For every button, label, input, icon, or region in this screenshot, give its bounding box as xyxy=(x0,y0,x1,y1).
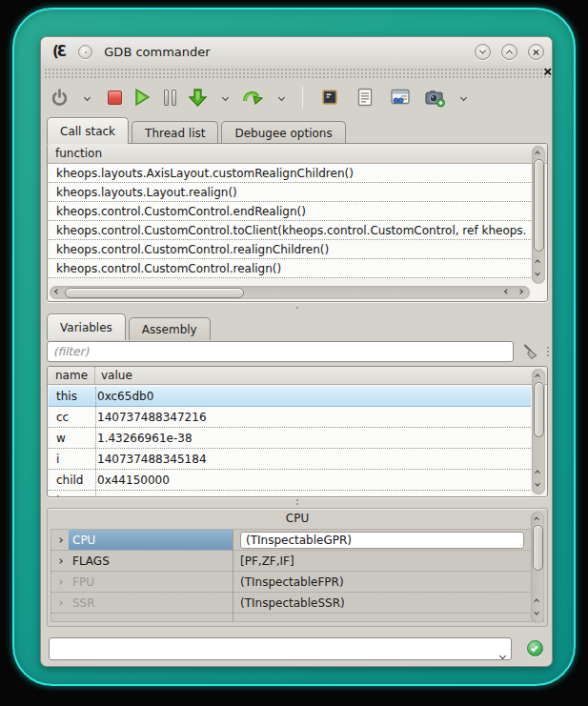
window-title: GDB commander xyxy=(104,45,210,59)
disassembly-button[interactable] xyxy=(355,85,375,110)
callstack-list: kheops.layouts.AxisLayout.customRealignC… xyxy=(49,164,531,278)
callstack-row[interactable]: kheops.layouts.AxisLayout.customRealignC… xyxy=(49,164,531,183)
chevron-right-icon xyxy=(57,600,63,606)
stop-button[interactable] xyxy=(104,85,125,110)
variables-column-headers[interactable]: name value xyxy=(48,367,547,385)
scroll-down-icon[interactable] xyxy=(535,271,540,276)
scrollbar-thumb[interactable] xyxy=(534,159,544,252)
tab-assembly[interactable]: Assembly xyxy=(129,317,211,340)
column-header-label: function xyxy=(55,147,102,160)
power-button[interactable] xyxy=(49,85,70,110)
power-icon xyxy=(51,89,69,107)
expand-button[interactable] xyxy=(51,601,69,605)
command-input[interactable] xyxy=(50,638,511,659)
tab-variables[interactable]: Variables xyxy=(47,313,126,340)
command-combobox[interactable] xyxy=(49,637,512,660)
variable-row[interactable]: w 1.43266961e-38 xyxy=(49,428,531,449)
power-dropdown-button[interactable] xyxy=(76,85,97,110)
clear-filter-button[interactable] xyxy=(521,343,539,361)
window-menu-button[interactable] xyxy=(78,45,92,59)
step-into-icon xyxy=(188,88,208,108)
chevron-down-icon xyxy=(277,93,284,100)
variable-name: this xyxy=(49,390,88,403)
variable-row[interactable]: b 1.43266961e-38 xyxy=(49,491,531,496)
close-icon xyxy=(533,49,538,54)
run-icon xyxy=(133,88,151,107)
scrollbar-thumb[interactable] xyxy=(534,382,544,437)
cpu-row-selected[interactable]: CPU (TInspectableGPR) xyxy=(51,530,543,551)
callstack-row[interactable]: kheops.control.CustomControl.realignChil… xyxy=(49,240,531,259)
expand-button[interactable] xyxy=(51,559,69,563)
variable-row[interactable]: child 0x44150000 xyxy=(49,470,531,491)
maximize-button[interactable] xyxy=(501,44,517,60)
cpu-row-disabled[interactable]: FPU (TInspectableFPR) xyxy=(51,572,543,593)
column-divider xyxy=(95,428,96,448)
scroll-up-icon[interactable] xyxy=(534,517,539,523)
expand-button[interactable] xyxy=(51,580,69,584)
scroll-down-icon[interactable] xyxy=(534,610,539,615)
tab-thread-list[interactable]: Thread list xyxy=(132,121,218,144)
register-value-editor[interactable]: (TInspectableGPR) xyxy=(240,532,524,549)
callstack-row[interactable]: kheops.control.CustomControl.realign() xyxy=(49,259,531,278)
gdb-commander-window: (Ɛ GDB commander xyxy=(40,36,553,667)
tab-label: Call stack xyxy=(60,125,115,138)
callstack-horizontal-scrollbar[interactable] xyxy=(50,286,530,299)
scroll-up-icon[interactable] xyxy=(535,260,540,266)
expand-button[interactable] xyxy=(51,538,69,542)
execute-command-button[interactable] xyxy=(527,640,543,656)
pause-button[interactable] xyxy=(159,85,180,110)
combo-dropdown-button[interactable] xyxy=(500,644,505,662)
scrollbar-thumb[interactable] xyxy=(533,525,543,571)
scroll-down-icon[interactable] xyxy=(535,481,540,487)
callstack-row[interactable]: kheops.layouts.Layout.realign() xyxy=(49,183,531,202)
variable-name: b xyxy=(49,494,88,497)
variables-vertical-scrollbar[interactable] xyxy=(532,369,545,494)
titlebar[interactable]: (Ɛ GDB commander xyxy=(41,37,552,66)
cpu-row[interactable]: FLAGS [PF,ZF,IF] xyxy=(51,551,543,572)
inspect-dropdown-button[interactable] xyxy=(453,85,474,110)
step-into-dropdown-button[interactable] xyxy=(214,85,235,110)
column-divider xyxy=(94,367,95,384)
memory-view-button[interactable] xyxy=(319,85,340,110)
cpu-vertical-scrollbar[interactable] xyxy=(531,512,544,623)
scroll-right-icon[interactable] xyxy=(517,289,523,294)
variable-value: 1.43266961e-38 xyxy=(88,432,193,445)
pane-splitter[interactable] xyxy=(47,498,548,506)
chevron-down-icon xyxy=(499,652,506,658)
register-value: [PF,ZF,IF] xyxy=(233,555,294,568)
tab-call-stack[interactable]: Call stack xyxy=(47,117,129,144)
callstack-column-header[interactable]: function xyxy=(48,144,547,164)
variable-row[interactable]: i 140737488345184 xyxy=(49,449,531,470)
scroll-up-icon[interactable] xyxy=(535,151,540,157)
tab-debugee-options[interactable]: Debugee options xyxy=(221,121,345,144)
scroll-up-icon[interactable] xyxy=(534,599,539,605)
scrollbar-thumb[interactable] xyxy=(65,288,244,298)
check-icon xyxy=(531,644,538,652)
pane-splitter[interactable] xyxy=(47,304,548,312)
inspect-tabbar: Variables Assembly xyxy=(47,313,213,340)
filter-input[interactable] xyxy=(47,341,514,362)
scroll-left-icon[interactable] xyxy=(504,289,510,294)
scroll-up-icon[interactable] xyxy=(535,471,540,476)
callstack-row[interactable]: kheops.control.CustomControl.endRealign(… xyxy=(49,202,531,221)
toolbar-dock-handle[interactable] xyxy=(43,67,550,79)
variable-row[interactable]: cc 140737488347216 xyxy=(49,407,531,428)
close-button[interactable] xyxy=(528,44,544,60)
callstack-vertical-scrollbar[interactable] xyxy=(532,146,545,284)
variable-row-selected[interactable]: this 0xc65db0 xyxy=(49,386,531,407)
scroll-left-icon[interactable] xyxy=(54,289,60,294)
step-over-button[interactable] xyxy=(242,85,264,110)
scroll-up-icon[interactable] xyxy=(535,374,540,380)
inspect-button[interactable] xyxy=(424,85,446,110)
desktop-background: (Ɛ GDB commander xyxy=(0,0,588,706)
cpu-row-disabled[interactable]: SSR (TInspectableSSR) xyxy=(51,593,543,614)
shade-button[interactable] xyxy=(475,44,491,60)
step-over-dropdown-button[interactable] xyxy=(271,85,292,110)
step-into-button[interactable] xyxy=(187,85,208,110)
command-row xyxy=(49,636,546,660)
run-button[interactable] xyxy=(132,85,152,110)
variable-value: 1.43266961e-38 xyxy=(88,494,193,497)
watches-button[interactable] xyxy=(390,85,411,110)
register-value: (TInspectableSSR) xyxy=(233,596,345,610)
callstack-row[interactable]: kheops.control.CustomControl.toClient(kh… xyxy=(49,221,531,240)
